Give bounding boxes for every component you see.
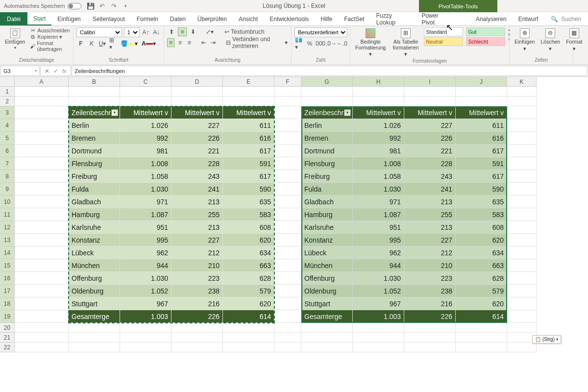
cell[interactable] [15,272,69,285]
cell[interactable]: Dortmund [301,145,353,157]
row-header[interactable]: 3 [0,106,15,119]
cell[interactable] [274,323,301,333]
cell[interactable] [15,221,69,234]
cell[interactable] [507,343,537,352]
column-header[interactable]: G [301,77,353,87]
tab-developer[interactable]: Entwicklertools [264,12,315,25]
cell[interactable] [15,183,69,196]
cell[interactable]: Zeilenbeschr▾ [69,106,120,119]
cell[interactable]: Flensburg [301,157,353,170]
tab-view[interactable]: Ansicht [233,12,264,25]
cell[interactable]: Karlsruhe [69,221,120,234]
cell[interactable]: Lübeck [301,246,353,259]
cell[interactable]: 620 [223,234,274,246]
cell[interactable]: 635 [223,196,274,208]
format-cells-button[interactable]: ▦Format▾ [564,27,584,52]
cell[interactable]: 216 [404,297,456,310]
cell[interactable]: 1.030 [120,272,172,285]
cell[interactable] [353,343,404,352]
cell[interactable]: 962 [120,246,172,259]
cell[interactable] [223,97,274,106]
cell[interactable]: 1.030 [353,183,404,196]
cell[interactable] [507,272,537,285]
cell[interactable]: 210 [404,259,456,272]
cell[interactable] [274,246,301,259]
cell[interactable]: 617 [456,170,507,183]
cell[interactable] [274,234,301,246]
format-as-table-button[interactable]: ⊞ Als Tabelle formatieren▾ [391,27,420,58]
cell[interactable] [274,297,301,310]
cell[interactable] [404,87,456,97]
cell[interactable] [456,97,507,106]
cell[interactable] [15,145,69,157]
cell[interactable]: 608 [223,221,274,234]
cell[interactable]: 228 [404,157,456,170]
cell[interactable] [404,97,456,106]
cell[interactable] [507,208,537,221]
cell[interactable] [404,333,456,343]
cell[interactable]: 628 [456,272,507,285]
cell[interactable] [456,343,507,352]
cell[interactable] [15,157,69,170]
cell[interactable]: 663 [223,259,274,272]
cell[interactable] [301,97,353,106]
cell[interactable] [120,87,172,97]
cell[interactable]: 1.008 [120,157,172,170]
row-header[interactable]: 11 [0,208,15,221]
cell[interactable]: Freiburg [69,170,120,183]
cell[interactable]: Dortmund [69,145,120,157]
cell[interactable] [274,145,301,157]
cell[interactable] [223,343,274,352]
align-right-button[interactable]: ≡ [186,38,193,47]
cell[interactable] [353,333,404,343]
tab-powerpivot[interactable]: Power Pivot [416,12,456,25]
cell[interactable] [507,170,537,183]
dec-decimal-button[interactable]: ←.0 [338,39,346,48]
select-all-corner[interactable] [0,77,15,87]
cut-button[interactable]: ✂Ausschneiden [30,27,70,33]
cell[interactable]: Mittelwert v [172,106,223,119]
copy-button[interactable]: ⧉Kopieren ▾ [30,34,70,40]
decrease-indent-button[interactable]: ⇤ [200,38,207,47]
row-header[interactable]: 15 [0,259,15,272]
cell[interactable]: Mittelwert v [120,106,172,119]
cell[interactable]: 634 [223,246,274,259]
cell[interactable]: 1.030 [120,183,172,196]
cell[interactable] [274,183,301,196]
paste-button[interactable]: 📋 Einfügen ▾ [3,27,27,51]
row-header[interactable]: 12 [0,221,15,234]
cell[interactable] [507,157,537,170]
cell[interactable]: 213 [404,221,456,234]
cell[interactable] [15,333,69,343]
cell[interactable] [274,221,301,234]
filter-dropdown-icon[interactable]: ▾ [111,109,118,116]
cell[interactable] [274,259,301,272]
paste-options-button[interactable]: 📋 (Strg) ▾ [532,335,561,343]
cell[interactable] [15,97,69,106]
increase-indent-button[interactable]: ⇥ [209,38,217,47]
cell[interactable] [15,87,69,97]
column-header[interactable]: F [274,77,301,87]
cell[interactable] [456,333,507,343]
cell[interactable] [15,106,69,119]
cell[interactable] [223,323,274,333]
cell[interactable]: 212 [172,246,223,259]
thousands-button[interactable]: 000 [316,39,325,48]
tab-analyze[interactable]: Analysieren [470,12,513,25]
cell[interactable]: 608 [456,221,507,234]
cell[interactable]: 223 [172,272,223,285]
cell[interactable]: Freiburg [301,170,353,183]
cell[interactable]: 1.008 [353,157,404,170]
cell[interactable] [69,97,120,106]
cell[interactable] [15,119,69,132]
cell[interactable]: Oldenburg [69,285,120,297]
cell[interactable]: Hamburg [301,208,353,221]
tab-pagelayout[interactable]: Seitenlayout [87,12,131,25]
cell[interactable]: Mittelwert v [353,106,404,119]
cell[interactable] [274,310,301,323]
cell[interactable] [274,119,301,132]
cell[interactable] [15,297,69,310]
cell[interactable]: 1.003 [353,310,404,323]
cell[interactable] [507,297,537,310]
redo-icon[interactable]: ↷ [111,2,118,9]
